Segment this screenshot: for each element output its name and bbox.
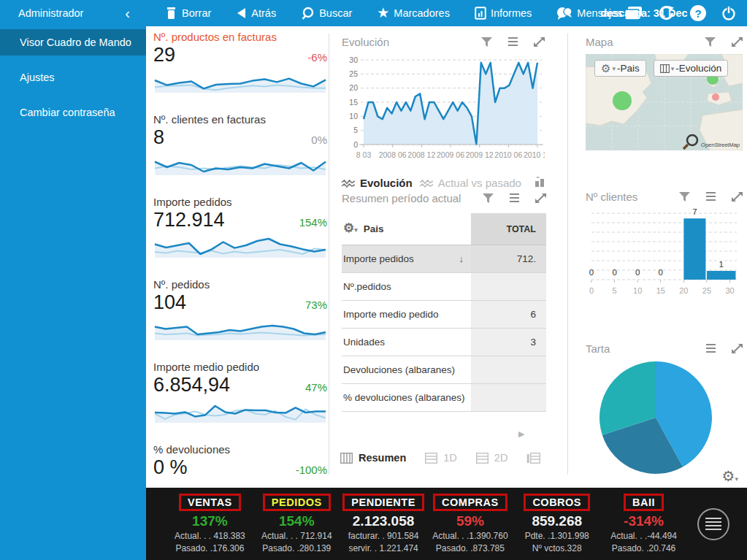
expand-icon[interactable] — [535, 193, 546, 204]
expand-icon[interactable] — [534, 37, 545, 47]
svg-text:0: 0 — [612, 268, 616, 277]
metric-compras[interactable]: COMPRAS 59% Actual. . .1.390.760 Pasado.… — [426, 494, 513, 554]
kpi-importe-medio-pedido[interactable]: Importe medio pedido 6.854,94 47% — [153, 361, 327, 426]
metric-line: Actual. . . 418.383 — [175, 530, 245, 542]
bottom-menu-icon[interactable] — [697, 508, 729, 540]
kpi-productos-en-facturas[interactable]: Nº. productos en facturas 29 -6% — [153, 31, 327, 96]
sidebar-item-ajustes[interactable]: Ajustes — [0, 64, 146, 91]
metric-line: facturar. . 901.584 — [348, 530, 419, 542]
table-row[interactable]: Devoluciones (albaranes) — [342, 356, 546, 384]
expand-icon[interactable] — [732, 343, 743, 354]
metric-line: Pasado. .280.139 — [262, 542, 331, 554]
toolbar-item-marcadores[interactable]: ★ Marcadores — [377, 7, 450, 19]
table-header-row[interactable]: ⚙▾ Pais TOTAL — [342, 213, 546, 245]
tab-evolucion[interactable]: Evolución — [342, 177, 413, 189]
svg-text:25: 25 — [349, 69, 358, 78]
rows-icon — [476, 453, 489, 464]
panel-title: Evolución — [342, 36, 389, 48]
panel-title: Mapa — [586, 36, 613, 48]
next-page-icon[interactable]: ▶ — [518, 429, 524, 439]
help-icon[interactable]: ? — [690, 5, 706, 21]
svg-text:5: 5 — [613, 286, 617, 295]
metric-baii[interactable]: BAII -314% Actual. . .-44.494 Pasado. .2… — [600, 494, 687, 554]
expand-icon[interactable] — [732, 37, 743, 47]
menu-icon[interactable] — [706, 192, 716, 202]
power-icon[interactable] — [721, 5, 737, 21]
sidebar-item-visor-cuadro-de-mando[interactable]: Visor Cuadro de Mando — [0, 29, 146, 55]
filter-icon[interactable] — [483, 193, 494, 203]
table-row[interactable]: Nº.pedidos — [342, 273, 546, 301]
sidebar-item-cambiar-contrasena[interactable]: Cambiar contraseña — [0, 99, 146, 126]
metric-pendiente[interactable]: PENDIENTE 2.123.058 facturar. . 901.584 … — [340, 494, 427, 554]
kpi-sparkline — [153, 314, 327, 343]
tab-1d[interactable]: 1D — [425, 452, 457, 464]
collapse-sidebar-icon[interactable]: ‹ — [125, 7, 130, 20]
map[interactable]: ⚙▾ -Pais ▾ -Evolución OpenStreetMap — [586, 54, 743, 150]
metric-label: BAII — [624, 494, 664, 511]
tab-2d[interactable]: 2D — [476, 452, 508, 464]
metric-pedidos[interactable]: PEDIDOS 154% Actual. . . 712.914 Pasado.… — [253, 494, 340, 554]
kpi-change: -6% — [307, 51, 327, 64]
table-row[interactable]: Importe pedidos↓ 712. — [342, 245, 546, 273]
tab-resumen[interactable]: Resumen — [340, 452, 406, 464]
menu-icon[interactable] — [706, 344, 716, 353]
panel-title: Nº clientes — [586, 191, 637, 203]
filter-icon[interactable] — [679, 192, 690, 202]
columns-icon[interactable] — [535, 177, 545, 189]
table-row[interactable]: % devoluciones (albaranes) — [342, 384, 546, 412]
tarta-pie-chart[interactable] — [596, 358, 743, 481]
kpi-num-pedidos[interactable]: Nº. pedidos 104 73% — [153, 278, 327, 343]
refresh-icon[interactable] — [658, 4, 675, 22]
kpi-value: 104 — [153, 292, 186, 312]
metric-line: Nº vctos.328 — [532, 542, 582, 554]
svg-text:10: 10 — [349, 112, 358, 120]
svg-text:2008 06: 2008 06 — [379, 150, 407, 159]
gear-icon[interactable]: ⚙▾ — [343, 222, 358, 237]
tab-actual-vs-pasado[interactable]: Actual vs pasado — [420, 177, 521, 189]
kpi-column: Nº. productos en facturas 29 -6% Nº. cli… — [153, 31, 327, 526]
table-row[interactable]: Unidades 3 — [342, 329, 546, 356]
metric-cobros[interactable]: COBROS 859.268 Pdte. .1.301.998 Nº vctos… — [513, 494, 600, 554]
metric-label: PEDIDOS — [263, 494, 331, 511]
toolbar-item-mensajes[interactable]: Mensajes descarga: 31 Dec — [556, 7, 622, 20]
svg-text:2008 12: 2008 12 — [407, 150, 435, 159]
svg-text:0: 0 — [589, 286, 594, 295]
metric-line: Actual. . . 712.914 — [261, 530, 332, 542]
menu-icon[interactable] — [510, 193, 519, 203]
sidebar: Visor Cuadro de Mando Ajustes Cambiar co… — [0, 26, 146, 560]
kpi-value: 6.854,94 — [153, 375, 230, 395]
messages-icon — [556, 7, 572, 20]
sort-desc-icon[interactable]: ↓ — [459, 253, 471, 264]
tab-2d-pivot[interactable]: 2D — [526, 452, 546, 464]
evolution-panel: Evolución 0510152025308 032008 062008 12… — [342, 34, 545, 189]
map-marker-usa[interactable] — [613, 91, 632, 110]
map-marker-spain[interactable] — [712, 93, 719, 101]
table-cell-total — [471, 356, 546, 383]
toolbar-item-informes[interactable]: Informes — [475, 7, 532, 20]
evolution-line-chart[interactable]: 0510152025308 032008 062008 122009 06200… — [342, 53, 545, 166]
metric-line: Pasado. .20.746 — [612, 542, 675, 554]
filter-icon[interactable] — [705, 37, 716, 47]
svg-text:0: 0 — [659, 268, 663, 277]
expand-icon[interactable] — [732, 191, 743, 202]
windows-icon[interactable] — [624, 5, 643, 21]
kpi-clientes-en-facturas[interactable]: Nº. clientes en facturas 8 0% — [153, 113, 327, 178]
clientes-bar-chart[interactable]: 000071051015202530 — [586, 204, 743, 306]
kpi-value: 29 — [153, 45, 175, 65]
filter-icon[interactable] — [481, 37, 492, 47]
metric-line: servir. . 1.221.474 — [348, 542, 418, 554]
map-evolucion-button[interactable]: ▾ -Evolución — [654, 60, 729, 77]
svg-text:0: 0 — [635, 268, 640, 277]
metric-ventas[interactable]: VENTAS 137% Actual. . . 418.383 Pasado. … — [166, 494, 253, 554]
toolbar-item-borrar[interactable]: Borrar — [165, 7, 211, 20]
map-pais-button[interactable]: ⚙▾ -Pais — [594, 60, 646, 77]
menu-icon[interactable] — [508, 37, 518, 47]
table-row[interactable]: Importe medio pedido 6 — [342, 301, 546, 329]
kpi-importe-pedidos[interactable]: Importe pedidos 712.914 154% — [153, 196, 327, 261]
gear-icon[interactable]: ⚙▾ — [722, 470, 738, 486]
svg-text:20: 20 — [679, 286, 688, 295]
toolbar-item-buscar[interactable]: Buscar — [301, 7, 352, 20]
toolbar-item-atras[interactable]: Atrás — [236, 7, 276, 19]
metric-main-value: 59% — [456, 513, 484, 529]
table-cell-total: 3 — [471, 329, 546, 356]
